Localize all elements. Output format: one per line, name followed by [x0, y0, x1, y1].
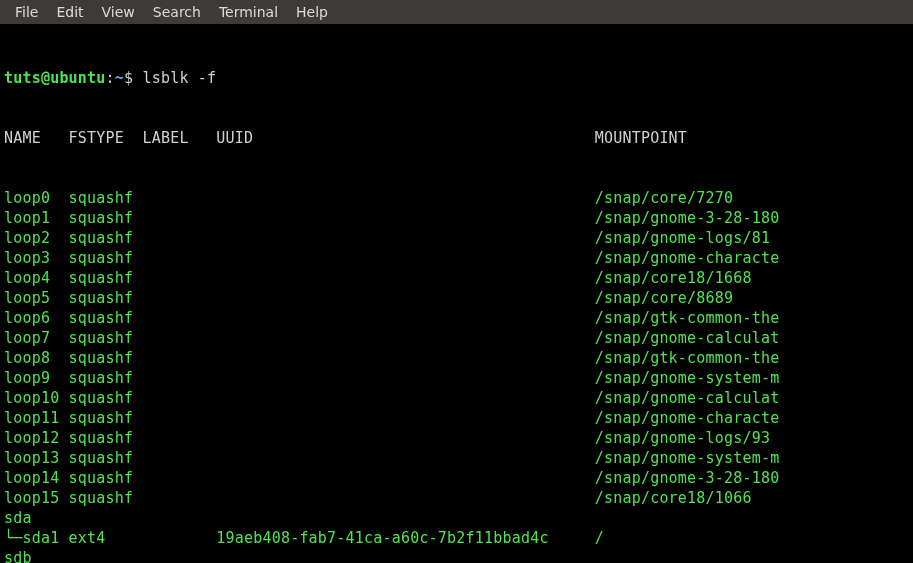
table-row: └─sda1 ext4 19aeb408-fab7-41ca-a60c-7b2f…: [4, 528, 913, 548]
table-row: loop13 squashf /snap/gnome-system-m: [4, 448, 913, 468]
table-row: loop10 squashf /snap/gnome-calculat: [4, 388, 913, 408]
table-row: loop2 squashf /snap/gnome-logs/81: [4, 228, 913, 248]
menu-search[interactable]: Search: [144, 2, 210, 22]
table-row: loop9 squashf /snap/gnome-system-m: [4, 368, 913, 388]
menu-view[interactable]: View: [93, 2, 144, 22]
table-row: sdb: [4, 548, 913, 563]
prompt-colon: :: [106, 69, 115, 87]
prompt-path: ~: [115, 69, 124, 87]
table-row: loop15 squashf /snap/core18/1066: [4, 488, 913, 508]
menu-terminal[interactable]: Terminal: [210, 2, 287, 22]
table-row: loop11 squashf /snap/gnome-characte: [4, 408, 913, 428]
prompt-user-host: tuts@ubuntu: [4, 69, 106, 87]
table-row: loop1 squashf /snap/gnome-3-28-180: [4, 208, 913, 228]
table-row: loop7 squashf /snap/gnome-calculat: [4, 328, 913, 348]
output-rows: loop0 squashf /snap/core/7270loop1 squas…: [4, 188, 913, 563]
menu-file[interactable]: File: [6, 2, 47, 22]
terminal-viewport[interactable]: tuts@ubuntu:~$ lsblk -f NAME FSTYPE LABE…: [0, 24, 913, 563]
table-row: loop12 squashf /snap/gnome-logs/93: [4, 428, 913, 448]
table-row: loop4 squashf /snap/core18/1668: [4, 268, 913, 288]
menubar: File Edit View Search Terminal Help: [0, 0, 913, 24]
prompt-line-1: tuts@ubuntu:~$ lsblk -f: [4, 68, 913, 88]
table-row: loop3 squashf /snap/gnome-characte: [4, 248, 913, 268]
command-text: lsblk -f: [142, 69, 216, 87]
table-row: loop0 squashf /snap/core/7270: [4, 188, 913, 208]
prompt-dollar: $: [124, 69, 133, 87]
table-row: loop8 squashf /snap/gtk-common-the: [4, 348, 913, 368]
table-row: loop5 squashf /snap/core/8689: [4, 288, 913, 308]
menu-edit[interactable]: Edit: [47, 2, 92, 22]
header-row: NAME FSTYPE LABEL UUID MOUNTPOINT: [4, 128, 913, 148]
table-row: loop14 squashf /snap/gnome-3-28-180: [4, 468, 913, 488]
table-row: sda: [4, 508, 913, 528]
menu-help[interactable]: Help: [287, 2, 337, 22]
table-row: loop6 squashf /snap/gtk-common-the: [4, 308, 913, 328]
